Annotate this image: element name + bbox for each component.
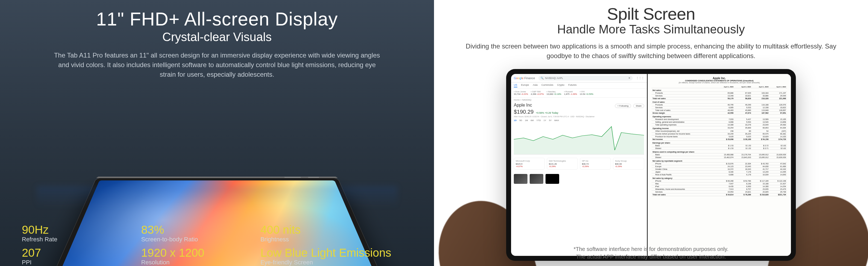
range-tab[interactable]: MAX xyxy=(554,119,559,122)
table-row: Selling, general and administrative6,008… xyxy=(652,121,787,123)
table-row: Rest of Asia Pacific6,8086,17816,03914,0… xyxy=(652,173,787,176)
tablet-render xyxy=(26,87,408,208)
range-tab[interactable]: YTD xyxy=(536,119,541,122)
display-title: 11" FHD+ All-screen Display xyxy=(96,8,338,30)
market-tab[interactable]: Futures xyxy=(568,84,577,87)
spec-value: 83% xyxy=(141,223,249,236)
compare-card[interactable]: Microsoft Corp$423.9-4.07% xyxy=(514,158,545,169)
google-finance-logo: Google Finance xyxy=(514,76,535,80)
market-tab[interactable]: Crypto xyxy=(557,84,565,87)
range-tab[interactable]: 6M xyxy=(531,119,534,122)
ticker-item[interactable]: • S&P 5004,398 -0.07% xyxy=(531,90,544,96)
spec-item: Low Blue Light EmissionsEye-friendly Scr… xyxy=(260,246,412,266)
table-row: Gross margin42,55947,074107,50297,051 xyxy=(652,111,787,114)
table-row: Earnings per share: xyxy=(652,140,787,144)
range-tab[interactable]: 1Y xyxy=(544,119,546,122)
table-row: Total cost of sales48,48343,880119,84812… xyxy=(652,109,787,111)
compare-card[interactable]: HP Inc$36.74-0.29% xyxy=(580,158,611,169)
time-range-tabs: 1D5D1M6MYTD1Y5YMAX xyxy=(511,117,647,123)
table-row: Cost of sales: xyxy=(652,100,787,103)
splitscreen-description: Dividing the screen between two applicat… xyxy=(462,42,840,61)
search-input[interactable]: 🔍 NASDAQ: AAPL ✕ xyxy=(538,76,633,81)
spec-item: 90HzRefresh Rate xyxy=(22,223,130,243)
spec-value: 400 nits xyxy=(260,223,412,236)
table-row: Europe24,12323,94564,83061,606 xyxy=(652,165,787,168)
stock-change: +0.56% +0.29 Today xyxy=(536,111,558,114)
table-row: Basic15,400,08815,178,76415,695,91215,83… xyxy=(652,153,787,156)
ticker-item[interactable]: • Dow Jones33,734 -0.22% xyxy=(514,90,528,96)
range-tab[interactable]: 1M xyxy=(525,119,528,122)
spec-item: 207PPI xyxy=(22,246,130,266)
table-row: Operating expenses: xyxy=(652,114,787,118)
table-row: iPhone$ 60,280$ 52,786$ 117,109$ 122,198 xyxy=(652,180,787,182)
table-row: Wearables, Home and Accessories7,9138,75… xyxy=(652,188,787,190)
table-row: Net sales: xyxy=(652,88,787,91)
search-icon: 🔍 xyxy=(540,77,544,79)
splitscreen-feature-panel: Spilt Screen Handle More Tasks Simultane… xyxy=(434,0,868,266)
apple-logo-icon xyxy=(546,174,559,184)
table-row: Income before provision for income taxes… xyxy=(652,132,787,135)
compare-card[interactable]: Dell Technologies$141.28-8.29% xyxy=(547,158,578,169)
display-feature-panel: 11" FHD+ All-screen Display Crystal-clea… xyxy=(0,0,434,266)
table-row: Diluted15,462,07415,843,26315,695,91215,… xyxy=(652,156,787,159)
table-row: Services13,34810,82133,88629,549 xyxy=(652,94,787,97)
close-icon[interactable]: ✕ xyxy=(628,77,630,79)
range-tab[interactable]: 1D xyxy=(514,119,517,122)
ticker-item[interactable]: • Russell1,875 -1.28% xyxy=(564,90,577,96)
range-tab[interactable]: 5Y xyxy=(549,119,552,122)
statement-title: CONDENSED CONSOLIDATED STATEMENTS OF OPE… xyxy=(652,80,787,82)
financial-statement: Apple Inc. CONDENSED CONSOLIDATED STATEM… xyxy=(648,74,791,256)
table-row: Other income/(expense), net1588054(107) xyxy=(652,130,787,132)
display-description: The Tab A11 Pro features an 11" all scre… xyxy=(53,51,381,79)
ticker-row: • Dow Jones33,734 -0.22%• S&P 5004,398 -… xyxy=(511,89,647,98)
range-tab[interactable]: 5D xyxy=(519,119,522,122)
market-tab[interactable]: Europe xyxy=(521,84,529,87)
splitscreen-title: Spilt Screen xyxy=(607,4,695,24)
table-row: Total net sales$ 34,814$ 78,286$ 210,828… xyxy=(652,193,787,196)
table-row: Net sales by category: xyxy=(652,176,787,180)
spec-label: Resolution xyxy=(141,259,249,266)
market-tab[interactable]: US xyxy=(514,84,517,87)
finance-app: Google Finance 🔍 NASDAQ: AAPL ✕ ⋮⋮⋮ USEu… xyxy=(511,74,648,256)
menu-icon[interactable]: ⋮⋮⋮ xyxy=(636,76,644,79)
spec-value: Low Blue Light Emissions xyxy=(260,246,412,260)
stock-name: Apple Inc xyxy=(514,103,532,108)
display-subtitle: Crystal-clear Visuals xyxy=(162,30,272,44)
spec-label: Refresh Rate xyxy=(22,236,130,243)
share-button[interactable]: Share xyxy=(633,104,644,108)
stock-price: $190.29 xyxy=(514,109,533,115)
table-row: Net income$ 29,698$ 30,100$ 54,158$ 54,7… xyxy=(652,138,787,140)
ticker-item[interactable]: • VIX13.54 +0.59% xyxy=(580,90,593,96)
splitscreen-subtitle: Handle More Tasks Simultaneously xyxy=(557,23,745,36)
table-row: iPhone$ 23,07622,304$ 43,78347,042 xyxy=(652,162,787,165)
table-row: Japan8,3467,17814,24913,495 xyxy=(652,170,787,173)
table-row: Products46,79549,290116,188126,576 xyxy=(652,103,787,106)
news-thumbnail xyxy=(530,174,543,184)
table-row: Diluted$ 1.53$ 1.52$ 3.71$ 3.62 xyxy=(652,147,787,150)
news-row xyxy=(511,172,647,186)
table-row: Basic$ 1.53$ 1.53$ 3.72$ 3.63 xyxy=(652,144,787,147)
follow-button[interactable]: + Following xyxy=(615,104,631,108)
market-tab[interactable]: Asia xyxy=(533,84,538,87)
splitscreen-tablet: Google Finance 🔍 NASDAQ: AAPL ✕ ⋮⋮⋮ USEu… xyxy=(506,69,796,261)
spec-item: 83%Screen-to-body Ratio xyxy=(141,223,249,243)
table-row: Provision for income taxes5,6205,62510,8… xyxy=(652,135,787,138)
spec-label: PPI xyxy=(22,259,130,266)
specs-grid: 90HzRefresh Rate83%Screen-to-body Ratio4… xyxy=(22,223,412,266)
ticker-item[interactable]: • Nasdaq13,660 +0.18% xyxy=(547,90,561,96)
compare-card[interactable]: Sony Group$36.08-0.29% xyxy=(613,158,644,169)
spec-item: 400 nitsBrightness xyxy=(260,223,412,243)
table-row: Total net sales59,17958,826210,328221,99… xyxy=(652,97,787,100)
table-row: iPad8,4356,95014,30014,254 xyxy=(652,185,787,188)
spec-value: 90Hz xyxy=(22,223,130,236)
statement-table: April 1, 2023April 2, 2022April 1, 2023A… xyxy=(652,86,787,196)
news-thumbnail xyxy=(514,174,527,184)
market-tab[interactable]: Currencies xyxy=(541,84,553,87)
table-row: Services6,0055,53312,33810,822 xyxy=(652,106,787,109)
price-chart xyxy=(514,124,644,155)
table-row: Net sales by reportable segment: xyxy=(652,159,787,162)
table-row: Greater China16,37218,34341,71744,162 xyxy=(652,168,787,170)
statement-subtitle: (In millions, except number of shares, w… xyxy=(652,82,787,84)
table-row: Mac7,6478,19815,18821,927 xyxy=(652,182,787,185)
table-row: Shares used in computing earnings per sh… xyxy=(652,150,787,153)
